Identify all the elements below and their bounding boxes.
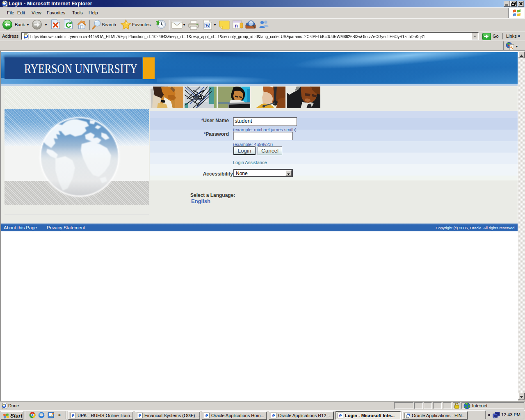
svg-text:n: n	[235, 23, 238, 29]
svg-text:W: W	[205, 23, 210, 28]
svg-text:RYERSON UNIVERSITY: RYERSON UNIVERSITY	[24, 62, 137, 76]
